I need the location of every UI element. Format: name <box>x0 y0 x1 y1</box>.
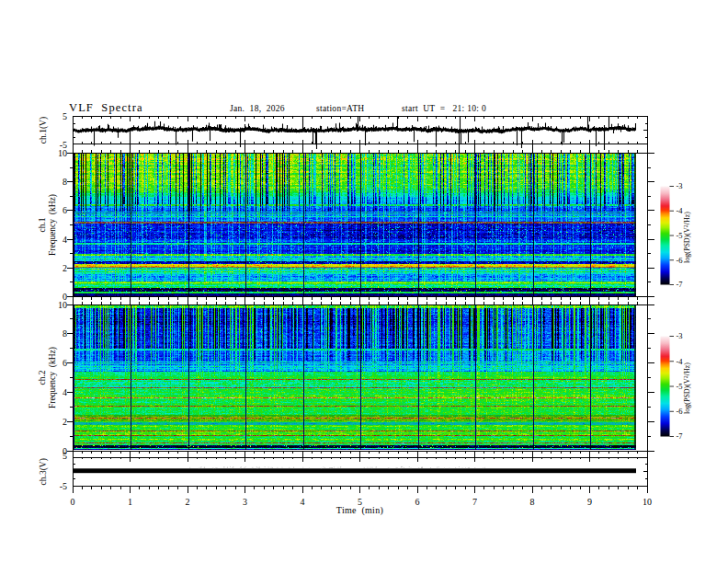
svg-text:2: 2 <box>186 497 190 507</box>
svg-text:-3: -3 <box>677 331 683 340</box>
svg-text:9: 9 <box>587 497 592 507</box>
svg-text:-7: -7 <box>677 431 683 441</box>
svg-text:6: 6 <box>63 358 67 368</box>
svg-text:-5: -5 <box>677 382 683 391</box>
svg-text:4: 4 <box>301 497 305 507</box>
svg-text:1: 1 <box>128 497 132 507</box>
svg-text:0: 0 <box>71 497 75 507</box>
svg-text:ch.2: ch.2 <box>38 370 47 385</box>
svg-text:6: 6 <box>63 205 67 215</box>
svg-text:8: 8 <box>63 328 67 339</box>
svg-text:station=ATH: station=ATH <box>316 104 364 113</box>
svg-text:log(PSD)(V2/Hz): log(PSD)(V2/Hz) <box>683 362 692 414</box>
svg-text:8: 8 <box>530 497 535 507</box>
svg-text:4: 4 <box>63 387 67 397</box>
svg-text:-5: -5 <box>677 231 683 240</box>
svg-text:ch.1: ch.1 <box>38 217 47 232</box>
svg-text:5: 5 <box>63 451 67 461</box>
svg-text:10: 10 <box>643 497 652 507</box>
svg-text:10: 10 <box>58 300 67 310</box>
svg-text:3: 3 <box>243 497 247 507</box>
svg-text:2: 2 <box>63 417 67 427</box>
svg-text:10: 10 <box>58 148 67 158</box>
svg-text:2: 2 <box>63 263 67 273</box>
svg-text:Frequency (kHz): Frequency (kHz) <box>48 194 58 256</box>
svg-text:start UT = 21: 10: 0: start UT = 21: 10: 0 <box>402 104 486 113</box>
svg-text:7: 7 <box>472 497 477 507</box>
svg-text:ch.1(V): ch.1(V) <box>39 117 49 144</box>
svg-text:Frequency (kHz): Frequency (kHz) <box>48 347 58 408</box>
svg-text:ch.3(V): ch.3(V) <box>39 458 49 485</box>
svg-text:-6: -6 <box>677 256 683 265</box>
svg-text:-5: -5 <box>60 481 67 491</box>
svg-text:Jan. 18, 2026: Jan. 18, 2026 <box>230 104 285 113</box>
svg-text:4: 4 <box>63 235 67 245</box>
svg-text:Time (min): Time (min) <box>336 505 383 516</box>
svg-text:-6: -6 <box>677 407 683 416</box>
svg-text:-3: -3 <box>677 181 683 190</box>
svg-text:6: 6 <box>415 497 420 507</box>
svg-text:VLF Spectra: VLF Spectra <box>69 101 143 114</box>
svg-text:8: 8 <box>63 177 67 187</box>
svg-text:5: 5 <box>63 111 67 121</box>
svg-text:log(PSD)(V2/Hz): log(PSD)(V2/Hz) <box>683 212 692 263</box>
svg-text:-7: -7 <box>677 280 683 289</box>
